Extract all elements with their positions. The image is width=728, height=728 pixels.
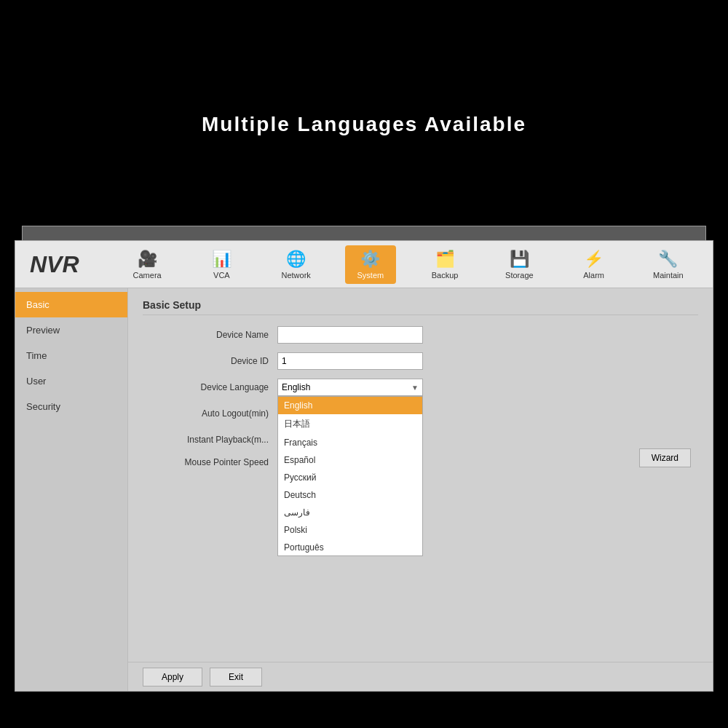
content-area: BasicPreviewTimeUserSecurity Basic Setup… xyxy=(15,288,713,691)
device-language-label: Device Language xyxy=(143,382,277,392)
lang-option-german[interactable]: Deutsch xyxy=(278,486,422,504)
language-dropdown-list[interactable]: English日本語FrançaisEspañolРусскийDeutschف… xyxy=(277,396,423,556)
device-name-row: Device Name xyxy=(143,326,698,344)
backup-icon: 🗂️ xyxy=(435,250,455,269)
lang-option-polish[interactable]: Polski xyxy=(278,521,422,539)
storage-label: Storage xyxy=(505,271,534,280)
nav-item-camera[interactable]: 🎥 Camera xyxy=(122,245,173,284)
network-icon: 🌐 xyxy=(286,250,306,269)
lang-option-spanish[interactable]: Español xyxy=(278,451,422,469)
storage-icon: 💾 xyxy=(510,250,529,269)
title-area: Multiple Languages Available xyxy=(0,113,728,136)
system-label: System xyxy=(357,271,384,280)
device-id-row: Device ID xyxy=(143,352,698,370)
exit-button[interactable]: Exit xyxy=(210,668,262,687)
backup-label: Backup xyxy=(432,271,459,280)
lang-option-french[interactable]: Français xyxy=(278,434,422,451)
language-selected-value: English xyxy=(282,382,310,392)
alarm-icon: ⚡ xyxy=(584,250,604,269)
maintain-label: Maintain xyxy=(653,271,684,280)
lang-option-farsi[interactable]: فارسی xyxy=(278,504,422,521)
device-name-label: Device Name xyxy=(143,330,277,340)
dropdown-arrow-icon: ▼ xyxy=(411,384,419,392)
auto-logout-label: Auto Logout(min) xyxy=(143,408,277,419)
system-icon: ⚙️ xyxy=(360,250,380,269)
wizard-button[interactable]: Wizard xyxy=(639,448,691,467)
bottom-bar: Apply Exit xyxy=(128,662,713,691)
camera-label: Camera xyxy=(133,271,162,280)
mouse-pointer-label: Mouse Pointer Speed xyxy=(143,457,277,467)
nav-item-alarm[interactable]: ⚡ Alarm xyxy=(569,245,620,284)
device-language-row: Device Language English ▼ English日本語Fran… xyxy=(143,379,698,396)
lang-option-russian[interactable]: Русский xyxy=(278,469,422,486)
camera-icon: 🎥 xyxy=(138,250,157,269)
instant-playback-label: Instant Playback(m... xyxy=(143,435,277,445)
device-id-input[interactable] xyxy=(277,352,423,370)
sidebar-item-time[interactable]: Time xyxy=(15,343,127,368)
page-title: Multiple Languages Available xyxy=(202,113,526,135)
sidebar-item-basic[interactable]: Basic xyxy=(15,292,127,317)
device-name-input[interactable] xyxy=(277,326,423,344)
navbar: NVR 🎥 Camera 📊 VCA 🌐 Network ⚙️ System 🗂… xyxy=(15,241,713,288)
vca-label: VCA xyxy=(213,271,230,280)
lang-option-english[interactable]: English xyxy=(278,397,422,414)
nvr-logo: NVR xyxy=(23,251,110,278)
nvr-panel: NVR 🎥 Camera 📊 VCA 🌐 Network ⚙️ System 🗂… xyxy=(15,240,713,692)
nav-item-backup[interactable]: 🗂️ Backup xyxy=(419,245,470,284)
main-content: Basic Setup Device Name Device ID Device… xyxy=(128,288,713,691)
nav-item-system[interactable]: ⚙️ System xyxy=(345,245,396,284)
nav-item-storage[interactable]: 💾 Storage xyxy=(494,245,545,284)
nav-items: 🎥 Camera 📊 VCA 🌐 Network ⚙️ System 🗂️ Ba… xyxy=(110,245,705,284)
section-title: Basic Setup xyxy=(143,299,698,315)
nav-item-vca[interactable]: 📊 VCA xyxy=(196,245,247,284)
alarm-label: Alarm xyxy=(583,271,604,280)
language-select-display[interactable]: English ▼ xyxy=(277,379,423,396)
maintain-icon: 🔧 xyxy=(658,250,678,269)
language-dropdown-wrapper: English ▼ English日本語FrançaisEspañolРусск… xyxy=(277,379,423,396)
sidebar: BasicPreviewTimeUserSecurity xyxy=(15,288,128,691)
sidebar-item-user[interactable]: User xyxy=(15,368,127,394)
apply-button[interactable]: Apply xyxy=(143,668,202,687)
sidebar-item-security[interactable]: Security xyxy=(15,394,127,419)
nav-item-network[interactable]: 🌐 Network xyxy=(271,245,322,284)
nav-item-maintain[interactable]: 🔧 Maintain xyxy=(643,245,694,284)
lang-option-japanese[interactable]: 日本語 xyxy=(278,414,422,434)
device-id-label: Device ID xyxy=(143,356,277,366)
sidebar-item-preview[interactable]: Preview xyxy=(15,317,127,343)
lang-option-portuguese[interactable]: Português xyxy=(278,539,422,556)
network-label: Network xyxy=(281,271,310,280)
vca-icon: 📊 xyxy=(212,250,232,269)
